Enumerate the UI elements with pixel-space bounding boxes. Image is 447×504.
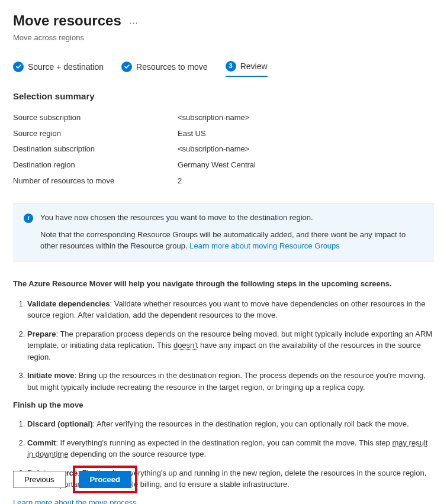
page-subtitle: Move across regions: [13, 33, 434, 44]
step-label: Review: [240, 60, 268, 72]
check-icon: [13, 62, 24, 72]
table-row: Destination subscription <subscription-n…: [13, 141, 434, 157]
wizard-footer: Previous Proceed: [13, 466, 137, 493]
summary-label: Destination region: [13, 160, 178, 171]
info-text-line1: You have now chosen the resources you wa…: [40, 212, 423, 224]
learn-more-process-link[interactable]: Learn more about the move process: [13, 498, 137, 504]
step-number-badge: 3: [226, 61, 236, 72]
summary-label: Number of resources to move: [13, 176, 178, 187]
summary-label: Source subscription: [13, 112, 178, 124]
step-label: Source + destination: [28, 61, 104, 73]
step-source-destination[interactable]: Source + destination: [13, 60, 104, 77]
selection-summary-table: Source subscription <subscription-name> …: [13, 110, 434, 189]
table-row: Source subscription <subscription-name>: [13, 110, 434, 126]
summary-value: Germany West Central: [178, 160, 256, 171]
list-item: Validate dependencies: Validate whether …: [27, 298, 434, 321]
learn-more-resource-groups-link[interactable]: Learn more about moving Resource Groups: [189, 241, 340, 250]
finish-heading: Finish up the move: [13, 400, 434, 411]
summary-value: <subscription-name>: [178, 112, 249, 124]
summary-label: Source region: [13, 128, 178, 140]
list-item: Discard (optional): After verifying the …: [27, 418, 434, 430]
info-banner: i You have now chosen the resources you …: [13, 203, 434, 262]
table-row: Source region East US: [13, 126, 434, 142]
upcoming-steps-list: Validate dependencies: Validate whether …: [13, 298, 434, 393]
list-item: Commit: If everything's running as expec…: [27, 437, 434, 460]
more-actions-icon[interactable]: ···: [130, 17, 139, 28]
step-resources-to-move[interactable]: Resources to move: [121, 60, 208, 77]
table-row: Number of resources to move 2: [13, 173, 434, 189]
check-icon: [121, 62, 132, 72]
previous-button[interactable]: Previous: [13, 471, 66, 488]
list-item: Prepare: The preparation process depends…: [27, 328, 434, 363]
summary-value: East US: [178, 128, 206, 140]
page-title: Move resources: [13, 11, 121, 31]
info-text-line2: Note that the corresponding Resource Gro…: [40, 230, 423, 252]
step-label: Resources to move: [136, 61, 208, 73]
info-icon: i: [24, 214, 33, 223]
summary-value: 2: [178, 176, 182, 187]
wizard-stepper: Source + destination Resources to move 3…: [13, 60, 434, 77]
highlight-annotation: Proceed: [73, 466, 137, 493]
summary-value: <subscription-name>: [178, 144, 249, 155]
proceed-button[interactable]: Proceed: [79, 471, 131, 488]
table-row: Destination region Germany West Central: [13, 157, 434, 173]
selection-summary-heading: Selection summary: [13, 90, 434, 103]
summary-label: Destination subscription: [13, 144, 178, 155]
intro-heading: The Azure Resource Mover will help you n…: [13, 278, 434, 290]
step-review[interactable]: 3 Review: [226, 60, 268, 77]
list-item: Initiate move: Bring up the resources in…: [27, 370, 434, 393]
